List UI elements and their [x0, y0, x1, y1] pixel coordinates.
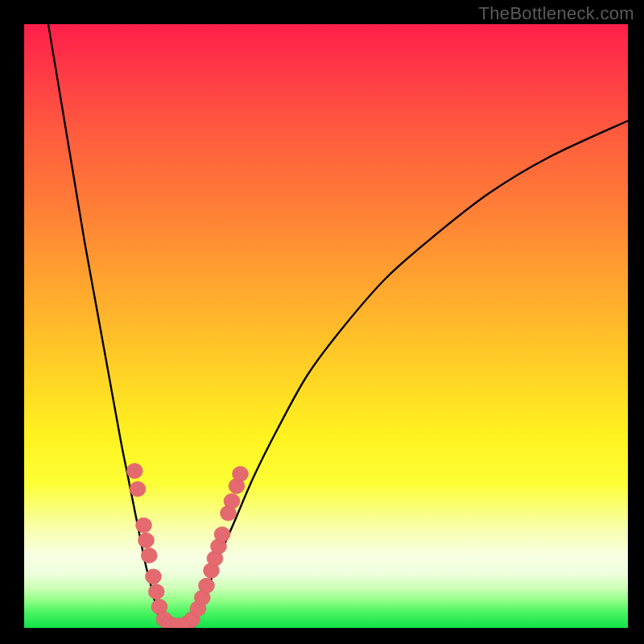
data-blob	[138, 533, 155, 548]
data-blob	[126, 464, 142, 479]
data-blob	[148, 584, 164, 600]
data-blob	[146, 569, 162, 584]
data-blob	[199, 578, 215, 593]
plot-area	[24, 24, 628, 628]
data-blob	[130, 481, 146, 497]
data-blob	[136, 518, 152, 533]
data-blob	[214, 526, 230, 542]
data-blob	[141, 548, 157, 564]
data-blob	[233, 466, 249, 481]
watermark-text: TheBottleneck.com	[479, 3, 634, 24]
chart-frame: TheBottleneck.com	[0, 0, 644, 644]
curves-svg	[24, 24, 628, 628]
curve-right-curve	[193, 121, 628, 628]
data-blob	[224, 493, 240, 509]
